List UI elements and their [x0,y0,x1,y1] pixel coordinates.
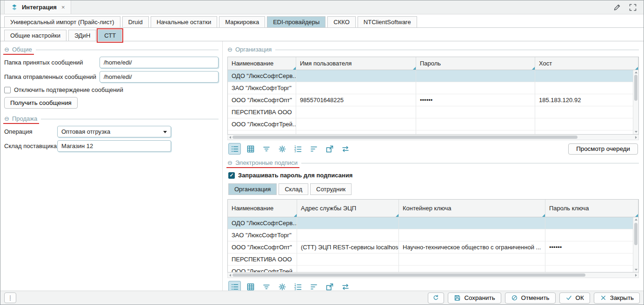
overflow-menu-button[interactable]: ⋮ [4,292,16,303]
scrollbar-thumb[interactable] [634,75,637,101]
tab-universal-import[interactable]: Универсальный импорт (Прайс-лист) [4,16,120,28]
document-tab-close-icon[interactable]: × [61,4,65,11]
ask-password-checkbox[interactable]: ✓ [228,172,235,179]
ask-password-label: Запрашивать пароль для подписания [238,172,352,179]
operation-row: Операция Оптовая отгрузка [4,126,219,137]
module-tabs: Универсальный импорт (Прайс-лист) Druid … [0,14,644,28]
ok-button[interactable]: ОК [559,292,590,304]
collapse-icon[interactable]: ⊖ [227,46,232,53]
column-header[interactable]: Наименование [228,200,297,217]
column-header[interactable]: Имя пользователя [296,57,416,70]
cancel-button[interactable]: Отменить [505,292,556,304]
tab-druid[interactable]: Druid [122,16,149,28]
table-row[interactable]: ОДО "ЛюксСофтСерв... [228,70,638,82]
operation-select[interactable]: Оптовая отгрузка [57,126,171,137]
tab-label: Организация [234,186,271,193]
gear-icon [278,283,286,291]
subtab-organization[interactable]: Организация [228,183,277,195]
received-folder-value: /home/edi/ [104,59,132,66]
table-cell [416,82,535,94]
check-icon [565,294,572,301]
collapse-icon[interactable]: ⊖ [227,159,232,166]
tab-label: Начальные остатки [157,19,211,26]
vertical-scrollbar[interactable] [633,70,638,134]
tab-edin[interactable]: ЭДиН [68,30,96,41]
group-general-title[interactable]: ⊖ Общие [4,46,32,53]
column-label: Хост [539,60,552,67]
tab-opening-balances[interactable]: Начальные остатки [151,16,217,28]
table-row[interactable]: ПЕРСПЕКТИВА ООО [228,106,638,118]
disable-confirmation-checkbox[interactable] [4,87,11,93]
received-folder-label: Папка принятых сообщений [4,59,100,66]
group-title-text: Общие [12,46,32,53]
collapse-icon[interactable]: ⊖ [4,46,9,53]
org-toolbar: 1 2 3 [227,140,639,157]
svg-text:3: 3 [294,149,296,153]
table-cell [399,229,545,241]
table-row[interactable]: ООО "ЛюксСофтТрей... [228,118,638,130]
tab-skko[interactable]: СККО [327,16,356,28]
vertical-scrollbar[interactable] [633,217,638,272]
table-cell: ОДО "ЛюксСофтСерв... [228,70,296,82]
tab-general-settings[interactable]: Общие настройки [4,30,66,41]
get-messages-button[interactable]: Получить сообщения [4,97,78,109]
column-header[interactable]: Адрес службы ЭЦП [297,200,399,217]
group-title-text: Электронные подписи [235,159,298,166]
collapse-icon[interactable]: ⊖ [4,115,9,122]
fullscreen-button[interactable] [629,3,637,12]
group-signatures-title[interactable]: ⊖ Электронные подписи [227,159,298,166]
table-row[interactable]: ЗАО "ЛюксСофтТорг" [228,229,638,241]
edit-button[interactable] [613,3,621,12]
table-row[interactable]: ЗАО "ЛюксСофтТорг" [228,82,638,94]
save-button[interactable]: Сохранить [448,292,501,304]
transfer-button[interactable] [339,143,352,155]
supplier-warehouse-input[interactable]: Магазин 12 [57,140,171,152]
subtab-warehouse[interactable]: Склад [279,183,308,195]
table-row[interactable]: ООО "ЛюксСофтОпт" (СТТ) ЭЦП REST-сервисы… [228,241,638,253]
table-row[interactable]: ООО "ЛюксСофтТрей... [228,266,638,273]
org-table-header: Наименование Имя пользователя Пароль Хос… [228,57,638,70]
table-view-icon [246,145,255,153]
table-cell [535,130,638,135]
tab-marking[interactable]: Маркировка [219,16,265,28]
table-row[interactable]: ПЕРСПЕКТИВА ООО [228,253,638,266]
numbered-list-button[interactable]: 1 2 3 [292,143,304,155]
table-cell: 9855701648225 [296,94,416,106]
column-header[interactable]: Наименование [228,57,296,70]
settings-button[interactable] [276,143,288,155]
subtab-employee[interactable]: Сотрудник [310,183,352,195]
tab-stt[interactable]: СТТ [98,30,122,41]
sent-folder-input[interactable]: /home/edi/ [100,71,219,83]
table-row[interactable]: ООО "ЛюксСофтОпт" 9855701648225 •••••• 1… [228,94,638,106]
save-label: Сохранить [464,294,495,301]
group-organization-title[interactable]: ⊖ Организация [227,46,272,53]
table-row[interactable]: ОДО "ЛюксСофтСерв... [228,217,638,229]
close-button[interactable]: Закрыть [594,292,640,304]
filter-button[interactable] [260,143,272,155]
table-row[interactable]: ВИТЕТК... [228,130,638,135]
document-tab-integration[interactable]: Интеграция × [4,0,71,14]
table-view-icon [246,283,255,291]
group-sales-title[interactable]: ⊖ Продажа [4,115,37,122]
scrollbar-thumb[interactable] [232,136,578,139]
tab-edi-providers[interactable]: EDI-провайдеры [267,16,325,28]
refresh-button[interactable] [428,292,444,304]
view-queue-button[interactable]: Просмотр очереди [568,143,638,155]
filter-icon [262,145,271,153]
list-view-button[interactable] [228,143,241,155]
column-label: Контейнер ключа [403,205,451,212]
table-view-button[interactable] [244,143,257,155]
scrollbar-thumb[interactable] [232,273,585,277]
column-header[interactable]: Пароль ключа [545,200,638,217]
scrollbar-thumb[interactable] [634,223,637,245]
horizontal-scrollbar[interactable] [227,273,639,278]
column-header[interactable]: Пароль [416,57,535,70]
received-folder-input[interactable]: /home/edi/ [100,57,219,68]
column-header[interactable]: Контейнер ключа [399,200,545,217]
sort-descending-button[interactable] [307,143,320,155]
column-header[interactable]: Хост [535,57,638,70]
tab-ntclientsoftware[interactable]: NTClientSoftware [358,16,417,28]
horizontal-scrollbar[interactable] [227,135,639,140]
column-label: Наименование [232,60,273,67]
open-external-button[interactable] [323,143,336,155]
